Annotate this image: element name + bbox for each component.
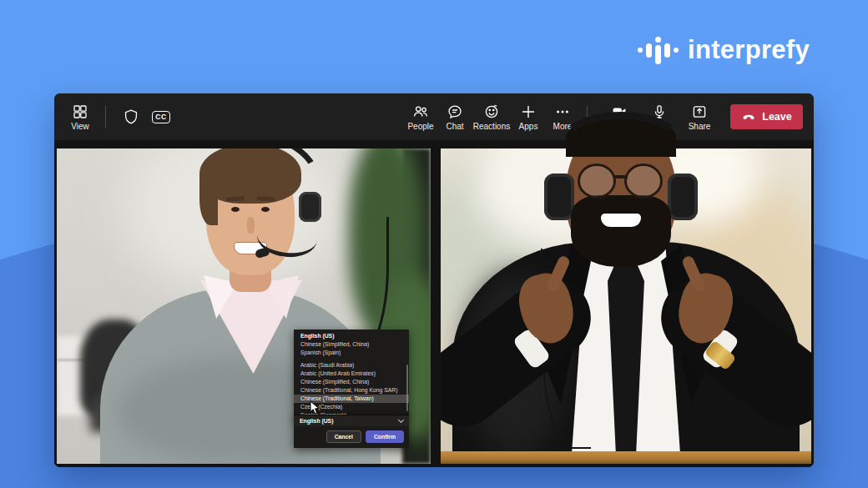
- chat-label: Chat: [446, 122, 463, 131]
- glasses: [578, 164, 616, 199]
- leave-button[interactable]: Leave: [730, 104, 803, 129]
- language-option[interactable]: Chinese (Traditional, Hong Kong SAR): [294, 386, 409, 395]
- grid-view-icon: [72, 103, 88, 120]
- security-button[interactable]: [116, 108, 146, 125]
- reactions-icon: [483, 103, 500, 120]
- language-select-input[interactable]: English (US): [294, 415, 409, 426]
- chat-button[interactable]: Chat: [440, 103, 470, 131]
- people-icon: [412, 103, 429, 120]
- reactions-button[interactable]: Reactions: [470, 103, 513, 131]
- leave-label: Leave: [762, 111, 791, 123]
- cc-icon: CC: [152, 111, 170, 123]
- interprefy-logo: interprefy: [638, 35, 810, 65]
- selected-language-value: English (US): [300, 418, 333, 424]
- participant-video-right[interactable]: [441, 148, 811, 464]
- shield-icon: [123, 108, 139, 125]
- headphones: [556, 112, 686, 184]
- language-option[interactable]: English (US): [294, 332, 409, 340]
- desk-edge: [441, 451, 811, 464]
- view-label: View: [71, 122, 89, 131]
- people-label: People: [407, 122, 433, 131]
- chevron-down-icon: [398, 416, 404, 422]
- reactions-label: Reactions: [473, 122, 510, 131]
- participant-video-left[interactable]: English (US) Chinese (Simplified, China)…: [57, 148, 431, 464]
- participant-head-right: [534, 112, 708, 309]
- language-selection-dialog: English (US) Chinese (Simplified, China)…: [294, 330, 409, 448]
- chat-icon: [447, 103, 463, 120]
- cancel-button[interactable]: Cancel: [326, 430, 361, 443]
- glasses: [624, 164, 663, 199]
- video-stage: English (US) Chinese (Simplified, China)…: [54, 140, 814, 467]
- scrollbar[interactable]: [406, 365, 408, 411]
- interprefy-waveform-icon: [638, 37, 679, 64]
- language-option[interactable]: Arabic (United Arab Emirates): [294, 370, 409, 378]
- language-option[interactable]: Spanish (Spain): [294, 349, 409, 357]
- language-option[interactable]: Chinese (Simplified, China): [294, 378, 409, 386]
- view-button[interactable]: View: [65, 103, 95, 131]
- language-dialog-footer: English (US) Cancel Confirm: [294, 415, 409, 448]
- confirm-button[interactable]: Confirm: [366, 430, 404, 443]
- meeting-window: View CC People Chat React: [54, 93, 814, 467]
- language-option[interactable]: Arabic (Saudi Arabia): [294, 361, 409, 370]
- mouse-cursor: [310, 400, 320, 415]
- interprefy-logo-text: interprefy: [688, 35, 810, 65]
- language-option[interactable]: Chinese (Simplified, China): [294, 340, 409, 349]
- people-button[interactable]: People: [401, 103, 440, 131]
- captions-button[interactable]: CC: [146, 111, 176, 123]
- page-background: interprefy View CC People: [0, 0, 868, 488]
- toolbar-divider: [105, 106, 106, 128]
- hangup-phone-icon: [741, 109, 756, 124]
